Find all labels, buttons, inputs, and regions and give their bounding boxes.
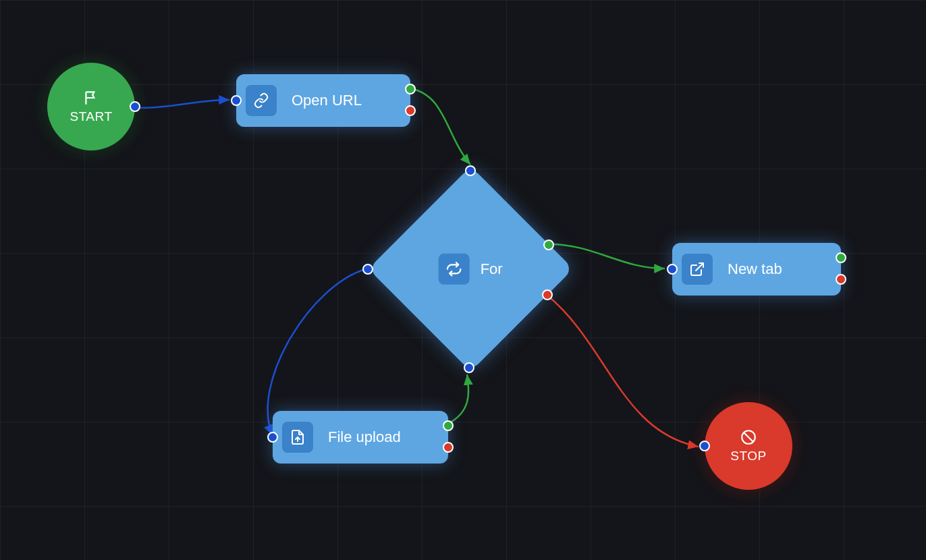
edge-for-to-stop xyxy=(547,295,699,447)
file-upload-out-success[interactable] xyxy=(443,420,454,431)
file-upload-in-port[interactable] xyxy=(267,432,278,443)
new-tab-label: New tab xyxy=(728,260,782,278)
link-icon xyxy=(253,92,269,109)
for-in-top[interactable] xyxy=(465,165,476,176)
for-in-bottom[interactable] xyxy=(464,362,474,373)
new-tab-in-port[interactable] xyxy=(667,264,678,275)
edge-fileupload-to-for xyxy=(447,374,468,424)
start-node[interactable]: START xyxy=(47,63,135,150)
stop-node[interactable]: STOP xyxy=(705,402,792,490)
stop-in-port[interactable] xyxy=(699,441,710,451)
edge-openurl-to-for xyxy=(410,88,470,165)
open-url-label: Open URL xyxy=(292,92,362,109)
file-upload-out-fail[interactable] xyxy=(443,442,454,453)
stop-label: STOP xyxy=(730,449,766,464)
file-upload-icon xyxy=(290,429,306,445)
open-url-node[interactable]: Open URL xyxy=(236,74,410,127)
file-upload-node[interactable]: File upload xyxy=(273,411,448,464)
new-tab-out-success[interactable] xyxy=(836,252,846,263)
edge-for-to-fileupload xyxy=(268,269,368,435)
file-upload-label: File upload xyxy=(328,428,401,446)
new-tab-out-fail[interactable] xyxy=(836,274,846,285)
external-link-icon xyxy=(689,261,705,277)
open-url-out-fail[interactable] xyxy=(405,105,416,116)
loop-icon xyxy=(445,260,463,278)
open-url-in-port[interactable] xyxy=(231,95,242,106)
start-out-port[interactable] xyxy=(130,101,140,112)
stop-icon xyxy=(740,428,757,446)
for-out-done[interactable] xyxy=(542,289,553,300)
open-url-out-success[interactable] xyxy=(405,84,416,94)
start-label: START xyxy=(70,109,112,124)
flag-icon xyxy=(82,89,100,107)
edge-start-to-openurl xyxy=(138,100,229,108)
for-loop-node[interactable]: For xyxy=(368,166,573,371)
for-label: For xyxy=(481,260,503,278)
for-in-left[interactable] xyxy=(362,264,373,275)
new-tab-node[interactable]: New tab xyxy=(672,243,841,296)
flow-canvas[interactable]: START Open URL xyxy=(0,0,926,560)
for-out-loop[interactable] xyxy=(543,240,554,250)
